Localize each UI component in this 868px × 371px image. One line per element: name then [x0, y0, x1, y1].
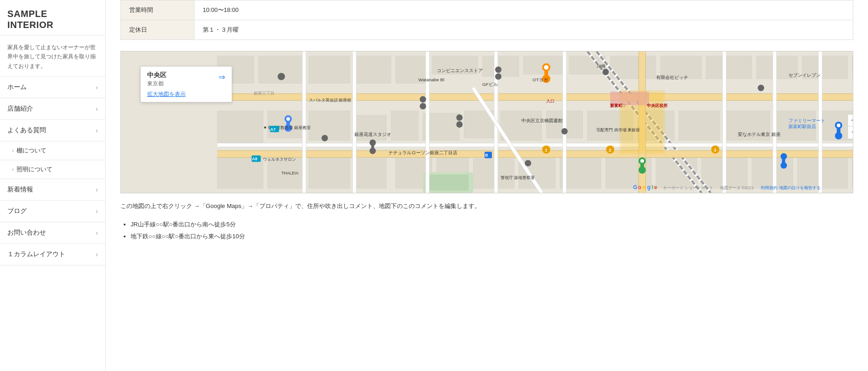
value-hours: 10:00〜18:00 — [194, 0, 853, 20]
svg-point-96 — [602, 69, 609, 75]
svg-text:JR橋: JR橋 — [596, 64, 605, 68]
svg-point-88 — [420, 103, 426, 109]
table-row-closed: 定休日 第１・３月曜 — [121, 20, 853, 40]
nav-label-blog: ブログ — [7, 207, 27, 215]
expand-map-link[interactable]: 拡大地図を表示 — [147, 91, 186, 97]
svg-point-94 — [525, 160, 531, 166]
svg-point-95 — [561, 128, 568, 135]
svg-rect-16 — [217, 111, 263, 143]
svg-text:ファミリーマート: ファミリーマート — [788, 118, 825, 123]
nav-arrow-blog: › — [96, 208, 98, 215]
access-item-1: JR山手線○○駅○番出口から南へ徒歩5分 — [131, 219, 853, 230]
nav-item-shop[interactable]: 店舗紹介 › — [0, 98, 105, 120]
svg-text:GFビル: GFビル — [482, 82, 498, 87]
svg-point-91 — [456, 114, 463, 121]
svg-rect-4 — [354, 56, 391, 84]
svg-text:−: − — [851, 127, 853, 136]
svg-text:o: o — [638, 184, 641, 191]
svg-text:変なホテル東京 銀座: 変なホテル東京 銀座 — [738, 132, 781, 137]
svg-text:利用規約: 利用規約 — [761, 186, 777, 190]
svg-rect-44 — [798, 157, 848, 189]
svg-text:o: o — [643, 184, 646, 191]
nav-item-lighting[interactable]: › 照明について — [0, 160, 105, 179]
access-item-2: 地下鉄○○線○○駅○番出口から東へ徒歩10分 — [131, 230, 853, 242]
nav-arrow-home: › — [96, 84, 98, 91]
nav-item-home[interactable]: ホーム › — [0, 77, 105, 98]
svg-rect-47 — [428, 174, 468, 191]
svg-text:地図データ ©2021: 地図データ ©2021 — [720, 186, 754, 190]
map-route-icon[interactable]: ⇒ — [218, 72, 225, 82]
nav-arrow-shop: › — [96, 105, 98, 112]
page-wrapper: SAMPLE INTERIOR 家具を愛して止まないオーナーが世界中を旅して見つ… — [0, 0, 868, 371]
svg-point-84 — [286, 117, 290, 121]
svg-point-104 — [544, 65, 548, 70]
content-inner: 営業時間 10:00〜18:00 定休日 第１・３月曜 — [106, 0, 868, 261]
svg-point-100 — [640, 159, 644, 163]
map-popup: ⇒ 中央区 東京都 拡大地図を表示 — [140, 66, 232, 102]
svg-text:Watanabe Bl: Watanabe Bl — [418, 77, 444, 82]
svg-text:ウェルネスサロン: ウェルネスサロン — [263, 157, 296, 162]
svg-rect-45 — [852, 157, 853, 189]
svg-point-90 — [456, 121, 463, 128]
nav-arrow-news: › — [96, 186, 98, 193]
nav-label-news: 新着情報 — [7, 186, 33, 194]
svg-text:2: 2 — [609, 148, 611, 152]
svg-text:g: g — [647, 184, 651, 191]
logo-text: SAMPLE INTERIOR — [7, 8, 98, 30]
svg-point-108 — [837, 124, 840, 127]
svg-point-87 — [370, 140, 376, 146]
svg-text:A8: A8 — [252, 157, 257, 161]
logo-line1: SAMPLE — [7, 9, 47, 19]
svg-rect-27 — [679, 111, 720, 141]
svg-text:コンビニエンスストア: コンビニエンスストア — [437, 68, 483, 73]
svg-text:有限会社ビッチ: 有限会社ビッチ — [656, 75, 688, 80]
svg-rect-43 — [752, 157, 793, 189]
svg-point-89 — [420, 96, 426, 102]
svg-text:ナチュラルローソン銀座二丁目店: ナチュラルローソン銀座二丁目店 — [388, 150, 457, 155]
svg-text:中央区役所: 中央区役所 — [647, 103, 668, 108]
nav-label-shop: 店舗紹介 — [7, 105, 33, 113]
logo-line2: INTERIOR — [7, 20, 53, 30]
store-info-table: 営業時間 10:00〜18:00 定休日 第１・３月曜 — [120, 0, 853, 40]
sidebar: SAMPLE INTERIOR 家具を愛して止まないオーナーが世界中を旅して見つ… — [0, 0, 106, 371]
nav-item-shelves[interactable]: › 棚について — [0, 141, 105, 160]
svg-text:THALEIA: THALEIA — [281, 171, 298, 175]
svg-text:宅配専門 肉市場 東銀座: 宅配専門 肉市場 東銀座 — [596, 128, 640, 132]
label-hours: 営業時間 — [121, 0, 194, 20]
popup-city: 東京都 — [147, 80, 225, 88]
nav-item-contact[interactable]: お問い合わせ › — [0, 222, 105, 244]
access-text-2: 地下鉄○○線○○駅○番出口から東へ徒歩10分 — [131, 233, 245, 240]
svg-rect-17 — [268, 111, 304, 138]
nav-label-faq: よくある質問 — [7, 126, 46, 135]
svg-text:B: B — [485, 153, 488, 158]
nav-item-blog[interactable]: ブログ › — [0, 201, 105, 222]
nav-item-faq[interactable]: よくある質問 › — [0, 120, 105, 141]
svg-point-92 — [495, 73, 502, 80]
nav-arrow-contact: › — [96, 229, 98, 236]
map-comment: この地図の上で右クリック →「Google Maps」→「プロパティ」で、住所や… — [120, 201, 853, 211]
label-closed: 定休日 — [121, 20, 194, 40]
svg-rect-37 — [473, 158, 514, 188]
svg-text:新富町□: 新富町□ — [610, 103, 625, 108]
svg-point-114 — [781, 153, 787, 160]
sidebar-logo[interactable]: SAMPLE INTERIOR — [0, 0, 105, 35]
nav-item-1col[interactable]: １カラムレイアウト › — [0, 244, 105, 265]
nav-label-contact: お問い合わせ — [7, 229, 46, 237]
svg-text:入口: 入口 — [546, 99, 554, 103]
map-container[interactable]: 中央区立京橋図書館 銀座花道スタジオ ウェルネスサロン THALEIA Wata… — [120, 51, 853, 193]
nav-item-news[interactable]: 新着情報 › — [0, 179, 105, 201]
svg-rect-12 — [706, 56, 752, 79]
map-comment-text: この地図の上で右クリック →「Google Maps」→「プロパティ」で、住所や… — [120, 202, 480, 209]
svg-text:+: + — [851, 116, 853, 125]
svg-rect-15 — [852, 56, 853, 79]
svg-rect-34 — [354, 158, 387, 188]
svg-text:銀座三丁目: 銀座三丁目 — [254, 91, 274, 96]
svg-text:l: l — [652, 184, 653, 191]
nav-label-1col: １カラムレイアウト — [7, 250, 65, 259]
svg-text:A7: A7 — [270, 127, 275, 132]
svg-rect-33 — [309, 157, 350, 189]
site-description-text: 家具を愛して止まないオーナーが世界中を旅して見つけた家具を取り揃えております。 — [7, 44, 96, 69]
value-closed: 第１・３月曜 — [194, 20, 853, 40]
nav-label-lighting: 照明について — [17, 165, 52, 174]
access-text-1: JR山手線○○駅○番出口から南へ徒歩5分 — [131, 221, 236, 228]
